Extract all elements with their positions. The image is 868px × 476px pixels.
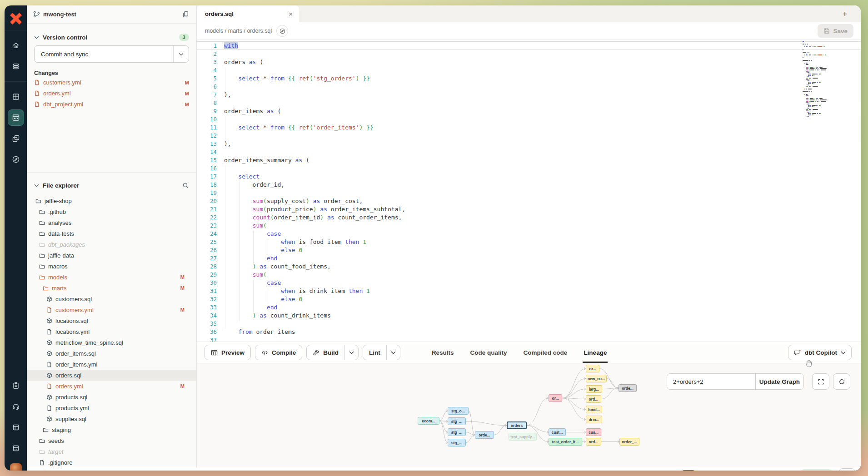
line-number[interactable]: 30	[197, 279, 217, 287]
defer-toggle[interactable]: ✓	[680, 470, 697, 471]
line-number[interactable]: 21	[197, 205, 217, 213]
tree-item--gitignore[interactable]: .gitignore	[27, 457, 196, 468]
save-button[interactable]: Save	[818, 24, 853, 38]
lint-button[interactable]: Lint	[363, 345, 400, 360]
changed-file[interactable]: customers.ymlM	[34, 78, 189, 87]
line-number[interactable]: 18	[197, 181, 217, 189]
tree-item-orders-sql[interactable]: orders.sql	[27, 370, 196, 381]
tree-item-models[interactable]: modelsM	[27, 272, 196, 283]
compile-button[interactable]: Compile	[255, 345, 302, 360]
tree-item-analyses[interactable]: analyses	[27, 217, 196, 228]
changed-file[interactable]: dbt_project.ymlM	[34, 99, 189, 109]
file-explorer-header[interactable]: File explorer	[27, 173, 196, 192]
line-number[interactable]: 11	[197, 124, 217, 132]
tree-item-metricflow-time-spine-sql[interactable]: metricflow_time_spine.sql	[27, 337, 196, 348]
build-options-chevron[interactable]	[344, 345, 358, 360]
minimap[interactable]	[803, 41, 833, 117]
tree-item-customers-yml[interactable]: customers.ymlM	[27, 304, 196, 315]
lineage-node-y6[interactable]: drin...	[586, 416, 602, 423]
line-number[interactable]: 26	[197, 246, 217, 254]
user-avatar[interactable]	[10, 463, 22, 471]
search-icon[interactable]	[182, 182, 189, 189]
lineage-node-stg1[interactable]: stg_o...	[448, 407, 469, 415]
tree-item-jaffle-shop[interactable]: jaffle-shop	[27, 195, 196, 206]
lineage-selector-input[interactable]	[667, 374, 755, 389]
fullscreen-button[interactable]	[812, 373, 829, 390]
panel-tab-code-quality[interactable]: Code quality	[470, 342, 507, 363]
tree-item-products-yml[interactable]: products.yml	[27, 402, 196, 413]
line-number[interactable]: 27	[197, 254, 217, 263]
lint-options-chevron[interactable]	[386, 345, 400, 360]
line-number[interactable]: 35	[197, 320, 217, 328]
lineage-node-y5[interactable]: food...	[586, 406, 602, 413]
panel-tab-results[interactable]: Results	[432, 342, 454, 363]
line-number[interactable]: 4	[197, 66, 217, 74]
tree-item--github[interactable]: .github	[27, 206, 196, 217]
expand-command-bar-icon[interactable]	[27, 468, 44, 471]
copy-branch-icon[interactable]	[182, 11, 189, 18]
lineage-node-y1[interactable]: or...	[586, 365, 599, 372]
docs-icon[interactable]	[8, 420, 24, 435]
line-number[interactable]: 34	[197, 312, 217, 320]
tree-item-data-tests[interactable]: data-tests	[27, 228, 196, 239]
tree-item-locations-yml[interactable]: locations.yml	[27, 326, 196, 337]
open-in-lineage-icon[interactable]	[276, 25, 288, 37]
lineage-node-ecom[interactable]: ecom...	[418, 417, 439, 425]
lineage-node-y7[interactable]: ord...	[586, 438, 601, 446]
dbt-copilot-button[interactable]: dbt Copilot	[788, 345, 852, 360]
line-number[interactable]: 6	[197, 83, 217, 91]
lineage-node-cust[interactable]: cust...	[549, 428, 566, 436]
lineage-node-stg2[interactable]: stg_...	[448, 417, 466, 425]
update-graph-button[interactable]: Update Graph	[755, 374, 803, 389]
tree-item-locations-sql[interactable]: locations.sql	[27, 315, 196, 326]
editor-tab-orders-sql[interactable]: orders.sql ×	[197, 5, 299, 22]
tree-item-seeds[interactable]: seeds	[27, 435, 196, 446]
lineage-node-y4[interactable]: ord...	[586, 395, 601, 403]
environments-icon[interactable]	[8, 59, 24, 74]
changelog-icon[interactable]	[8, 378, 24, 393]
version-control-header[interactable]: Version control 3	[34, 24, 189, 44]
line-number[interactable]: 16	[197, 164, 217, 173]
line-number[interactable]: 33	[197, 303, 217, 312]
tree-item-jaffle-data[interactable]: jaffle-data	[27, 250, 196, 261]
lineage-node-stg3[interactable]: stg_...	[448, 428, 466, 436]
lineage-node-cusp[interactable]: cus...	[586, 428, 601, 436]
line-number[interactable]: 3	[197, 58, 217, 66]
line-number[interactable]: 19	[197, 189, 217, 197]
build-button[interactable]: Build	[306, 345, 359, 360]
organization-icon[interactable]	[8, 441, 24, 456]
line-number[interactable]: 12	[197, 132, 217, 140]
lineage-node-orp[interactable]: or...	[549, 394, 562, 402]
line-number[interactable]: 2	[197, 50, 217, 58]
line-number[interactable]: 7	[197, 91, 217, 99]
line-number[interactable]: 28	[197, 263, 217, 271]
line-number[interactable]: 24	[197, 230, 217, 238]
panel-tab-lineage[interactable]: Lineage	[584, 342, 607, 363]
lineage-node-stg4[interactable]: stg_...	[448, 439, 466, 446]
new-tab-button[interactable]: +	[839, 9, 851, 19]
tree-item-order-items-yml[interactable]: order_items.yml	[27, 359, 196, 370]
changed-file[interactable]: orders.ymlM	[34, 89, 189, 98]
tree-item-target[interactable]: target	[27, 446, 196, 457]
develop-icon[interactable]	[8, 110, 24, 125]
line-number[interactable]: 31	[197, 287, 217, 295]
line-number[interactable]: 5	[197, 74, 217, 83]
dbt-logo[interactable]	[9, 12, 23, 25]
home-icon[interactable]	[8, 38, 24, 53]
line-number[interactable]: 37	[197, 336, 217, 342]
line-number[interactable]: 22	[197, 213, 217, 222]
lineage-node-y2[interactable]: new_cu...	[586, 375, 607, 382]
tree-item-marts[interactable]: martsM	[27, 283, 196, 293]
lineage-node-y8[interactable]: order_...	[619, 438, 639, 446]
line-number[interactable]: 9	[197, 107, 217, 115]
preview-button[interactable]: Preview	[205, 345, 251, 360]
commit-options-chevron[interactable]	[173, 46, 189, 62]
line-number[interactable]: 36	[197, 328, 217, 336]
lineage-node-testoi[interactable]: test_order_it...	[549, 438, 582, 446]
projects-icon[interactable]	[8, 131, 24, 146]
close-icon[interactable]: ×	[289, 10, 293, 17]
lineage-node-testsup[interactable]: test_supply...	[509, 433, 537, 441]
line-number[interactable]: 25	[197, 238, 217, 246]
line-number[interactable]: 20	[197, 197, 217, 205]
line-number[interactable]: 8	[197, 99, 217, 107]
